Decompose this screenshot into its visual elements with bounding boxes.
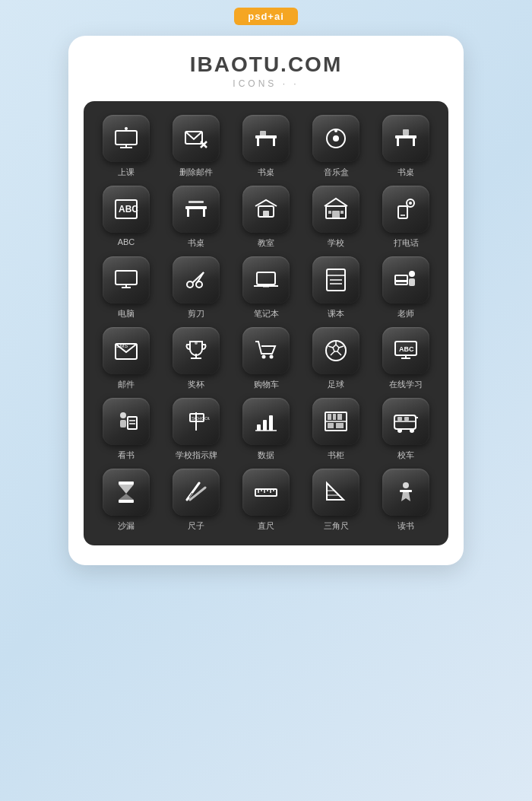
svg-point-94 <box>397 428 402 433</box>
icon-item-classroom2[interactable]: 教室 <box>236 186 296 249</box>
icon-item-delete-mail[interactable]: 删除邮件 <box>166 115 226 178</box>
icon-item-computer[interactable]: 电脑 <box>96 256 157 319</box>
icon-label-reading: 看书 <box>118 450 135 461</box>
svg-line-63 <box>339 346 344 348</box>
icon-label-classroom: 上课 <box>118 167 135 178</box>
icon-box-computer <box>103 256 150 304</box>
icon-item-classroom[interactable]: 上课 <box>96 115 157 178</box>
badge: psd+ai <box>234 8 298 25</box>
icon-box-football <box>312 327 359 374</box>
icon-label-computer: 电脑 <box>118 308 135 319</box>
site-subtitle: ICONS · · <box>233 78 299 89</box>
icon-item-ruler[interactable]: 直尺 <box>236 469 296 532</box>
icon-label-study: 读书 <box>397 520 414 532</box>
svg-rect-72 <box>120 420 126 428</box>
icon-item-music-box[interactable]: 音乐盒 <box>306 115 366 178</box>
svg-rect-85 <box>328 414 331 420</box>
icon-item-mail[interactable]: SMS邮件 <box>96 327 157 390</box>
icon-label-bookshelf: 书柜 <box>328 450 344 461</box>
icon-label-school: 学校 <box>328 237 344 249</box>
svg-point-57 <box>195 342 198 345</box>
svg-rect-21 <box>187 209 189 217</box>
svg-rect-29 <box>340 211 344 214</box>
svg-rect-23 <box>188 201 204 203</box>
svg-rect-14 <box>395 135 416 138</box>
svg-marker-61 <box>333 345 339 351</box>
svg-point-95 <box>410 428 414 433</box>
icon-label-sign: 学校指示牌 <box>176 450 217 461</box>
icon-label-abc: ABC <box>118 237 135 246</box>
icon-row-2: 电脑剪刀笔记本课本老师 <box>91 256 441 319</box>
icon-label-scissors: 剪刀 <box>188 308 204 319</box>
icon-item-online[interactable]: ABC在线学习 <box>375 327 436 390</box>
icon-item-school[interactable]: 学校 <box>306 186 366 249</box>
svg-rect-80 <box>263 420 267 431</box>
svg-rect-25 <box>263 211 269 217</box>
icon-item-reading[interactable]: 看书 <box>96 398 157 461</box>
icon-box-textbook <box>312 256 359 304</box>
icon-label-triangle-ruler: 三角尺 <box>324 520 349 532</box>
svg-rect-27 <box>332 211 340 218</box>
icon-row-1: ABCABC书桌教室学校打电话 <box>91 186 441 249</box>
svg-rect-10 <box>260 131 266 137</box>
svg-rect-17 <box>403 129 409 135</box>
icon-item-textbook[interactable]: 课本 <box>306 256 366 319</box>
svg-rect-98 <box>119 500 134 503</box>
site-title: IBAOTU.COM <box>190 52 342 77</box>
svg-rect-22 <box>203 209 205 217</box>
icon-label-cart: 购物车 <box>254 379 279 390</box>
icon-box-laptop <box>242 256 290 304</box>
icon-item-bookshelf[interactable]: 书柜 <box>306 398 366 461</box>
icon-box-classroom <box>103 115 150 162</box>
svg-rect-50 <box>395 280 407 282</box>
icon-box-mail: SMS <box>103 327 150 374</box>
icon-box-delete-mail <box>173 115 220 162</box>
icon-label-data: 数据 <box>258 450 274 461</box>
card: IBAOTU.COM ICONS · · 上课删除邮件书桌音乐盒书桌ABCABC… <box>68 36 464 565</box>
icon-box-study <box>382 469 429 516</box>
svg-rect-8 <box>257 138 259 146</box>
svg-point-31 <box>409 202 412 205</box>
icon-box-ruler <box>242 469 290 516</box>
icon-label-teacher: 老师 <box>397 308 414 319</box>
svg-rect-81 <box>269 415 273 431</box>
svg-rect-73 <box>128 417 137 429</box>
svg-point-59 <box>270 355 274 359</box>
icon-box-abc: ABC <box>103 186 150 233</box>
svg-text:SMS: SMS <box>116 343 128 348</box>
svg-rect-16 <box>413 138 415 146</box>
icon-item-study[interactable]: 读书 <box>375 469 436 532</box>
icon-item-data[interactable]: 数据 <box>236 398 296 461</box>
icon-item-hourglass[interactable]: 沙漏 <box>96 469 157 532</box>
svg-rect-34 <box>116 271 137 284</box>
icon-label-desk2: 书桌 <box>397 167 414 178</box>
icon-label-classroom2: 教室 <box>258 237 274 249</box>
icon-item-cart[interactable]: 购物车 <box>236 327 296 390</box>
icon-item-ruler-set[interactable]: 尺子 <box>166 469 226 532</box>
icon-item-bus[interactable]: 校车 <box>375 398 436 461</box>
svg-rect-93 <box>404 417 409 421</box>
icon-item-laptop[interactable]: 笔记本 <box>236 256 296 319</box>
icon-item-abc[interactable]: ABCABC <box>96 186 157 249</box>
svg-rect-88 <box>328 423 334 428</box>
icon-item-scissors[interactable]: 剪刀 <box>166 256 226 319</box>
icon-box-trophy <box>173 327 220 374</box>
icon-item-sign[interactable]: SCHOOL学校指示牌 <box>166 398 226 461</box>
icon-item-phone[interactable]: 打电话 <box>375 186 436 249</box>
icon-item-trophy[interactable]: 奖杯 <box>166 327 226 390</box>
icon-box-desk2 <box>382 115 429 162</box>
icon-item-desk2[interactable]: 书桌 <box>375 115 436 178</box>
icon-item-triangle-ruler[interactable]: 三角尺 <box>306 469 366 532</box>
icon-item-football[interactable]: 足球 <box>306 327 366 390</box>
svg-line-64 <box>337 351 341 355</box>
icon-label-bus: 校车 <box>397 450 414 461</box>
icon-item-desk3[interactable]: 书桌 <box>166 186 226 249</box>
icon-label-textbook: 课本 <box>328 308 344 319</box>
svg-point-58 <box>262 355 266 359</box>
icon-box-sign: SCHOOL <box>173 398 220 445</box>
icon-item-desk[interactable]: 书桌 <box>236 115 296 178</box>
svg-rect-89 <box>336 423 344 428</box>
icon-row-5: 沙漏尺子直尺三角尺读书 <box>91 469 441 532</box>
icon-item-teacher[interactable]: 老师 <box>375 256 436 319</box>
svg-point-48 <box>409 271 415 277</box>
